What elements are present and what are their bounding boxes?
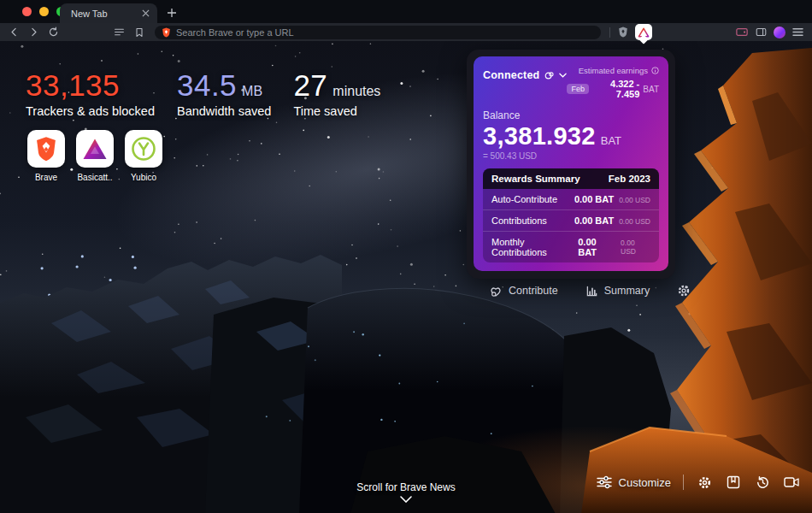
history-button[interactable]	[754, 474, 771, 491]
top-sites: Brave Basicatt.. Yubico	[27, 130, 162, 182]
balance-usd: = 500.43 USD	[483, 151, 659, 161]
bar-chart-icon	[585, 285, 598, 298]
summary-button[interactable]: Summary	[579, 280, 656, 303]
menu-icon[interactable]	[791, 25, 805, 39]
brave-logo-icon	[27, 130, 65, 168]
back-button[interactable]	[7, 25, 21, 39]
row-bat-amount: 0.00 BAT	[574, 194, 614, 204]
new-tab-button[interactable]	[165, 6, 178, 19]
row-bat-amount: 0.00 BAT	[574, 215, 614, 226]
row-label: Auto-Contribute	[491, 194, 557, 204]
balance-unit: BAT	[601, 134, 621, 147]
controls-divider	[683, 475, 684, 490]
browser-window: New Tab Search Brave	[0, 0, 812, 513]
top-site-yubico[interactable]: Yubico	[125, 130, 162, 182]
brave-rewards-panel: Connected Estimated earnings Feb 4.322 -…	[467, 50, 675, 279]
top-site-label: Basicatt..	[77, 173, 112, 182]
wallet-provider-icon	[544, 70, 555, 81]
window-titlebar: New Tab	[0, 0, 812, 23]
row-label: Monthly Contributions	[491, 237, 578, 257]
bookmark-icon[interactable]	[132, 25, 146, 39]
url-placeholder: Search Brave or type a URL	[176, 27, 294, 38]
chevron-down-icon	[400, 496, 412, 503]
brave-rewards-button[interactable]	[635, 24, 652, 40]
video-camera-icon	[784, 476, 799, 488]
url-bar[interactable]: Search Brave or type a URL	[155, 26, 601, 39]
sliders-icon	[597, 475, 612, 489]
gear-icon	[697, 475, 712, 490]
row-bat-amount: 0.00 BAT	[578, 237, 615, 257]
heart-icon	[489, 285, 503, 298]
estimated-earnings-label: Estimated earnings	[579, 66, 648, 75]
stat-trackers-blocked: 33,135 Trackers & ads blocked	[26, 68, 155, 118]
background-video-button[interactable]	[783, 474, 800, 491]
row-usd-amount: 0.00 USD	[619, 217, 650, 226]
contribute-button[interactable]: Contribute	[482, 280, 565, 303]
scroll-hint-label: Scroll for Brave News	[356, 481, 455, 493]
earnings-unit: BAT	[643, 85, 659, 94]
row-usd-amount: 0.00 USD	[619, 196, 650, 204]
top-site-label: Yubico	[131, 173, 156, 182]
chevron-down-icon	[559, 73, 567, 78]
trackers-blocked-value: 33,135	[26, 68, 120, 103]
yubico-logo-icon	[125, 130, 162, 168]
rewards-summary: Rewards Summary Feb 2023 Auto-Contribute…	[483, 168, 659, 262]
rewards-card: Connected Estimated earnings Feb 4.322 -…	[474, 56, 668, 271]
tab-title: New Tab	[71, 9, 139, 19]
time-saved-label: Time saved	[293, 104, 380, 118]
summary-label: Summary	[604, 285, 650, 297]
summary-period: Feb 2023	[609, 174, 650, 184]
toolbar-divider	[609, 27, 610, 38]
summary-row-contributions: Contributions 0.00 BAT 0.00 USD	[483, 210, 659, 232]
bandwidth-saved-label: Bandwidth saved	[177, 104, 271, 118]
history-clock-icon	[756, 475, 770, 490]
trackers-blocked-label: Trackers & ads blocked	[26, 104, 155, 118]
time-saved-unit: minutes	[332, 84, 380, 99]
row-usd-amount: 0.00 USD	[621, 239, 650, 256]
settings-button[interactable]	[696, 474, 713, 491]
forward-button[interactable]	[26, 25, 41, 39]
balance-label: Balance	[483, 109, 659, 121]
rewards-settings-button[interactable]	[677, 280, 691, 302]
brave-site-icon	[162, 27, 171, 38]
earnings-range: 4.322 - 7.459	[592, 79, 639, 99]
customize-label: Customize	[619, 476, 671, 489]
connected-dropdown[interactable]: Connected	[483, 69, 567, 81]
stat-bandwidth-saved: 34.5 MB Bandwidth saved	[177, 68, 271, 118]
customize-button[interactable]: Customize	[597, 475, 671, 489]
new-tab-page: 33,135 Trackers & ads blocked 34.5 MB Ba…	[0, 41, 812, 513]
stats-bar: 33,135 Trackers & ads blocked 34.5 MB Ba…	[26, 68, 380, 118]
brave-shields-icon[interactable]	[615, 25, 630, 39]
gear-icon	[677, 284, 691, 298]
tab-close-icon[interactable]	[139, 8, 151, 20]
bottom-controls: Customize	[597, 474, 800, 491]
earnings-month-badge: Feb	[567, 84, 589, 94]
summary-row-auto-contribute: Auto-Contribute 0.00 BAT 0.00 USD	[483, 189, 659, 210]
top-site-brave[interactable]: Brave	[27, 130, 65, 182]
close-window-button[interactable]	[22, 7, 32, 16]
bat-triangle-icon	[638, 28, 648, 36]
profile-avatar[interactable]	[774, 27, 786, 38]
summary-title: Rewards Summary	[491, 174, 580, 184]
time-saved-value: 27	[293, 68, 327, 103]
balance-value: 3,381.932	[483, 122, 596, 150]
wallet-icon[interactable]	[734, 25, 749, 39]
estimated-earnings: Estimated earnings Feb 4.322 - 7.459 BAT	[567, 66, 659, 99]
row-label: Contributions	[491, 215, 547, 226]
stat-time-saved: 27 minutes Time saved	[293, 68, 380, 118]
save-bookmark-icon	[727, 475, 740, 489]
top-site-basicattention[interactable]: Basicatt..	[76, 130, 114, 182]
save-image-button[interactable]	[725, 474, 742, 491]
rewards-panel-actions: Contribute Summary	[474, 271, 668, 310]
toolbar: Search Brave or type a URL	[0, 23, 812, 41]
bandwidth-saved-unit: MB	[242, 84, 262, 99]
reading-list-icon[interactable]	[112, 25, 127, 39]
top-site-label: Brave	[35, 173, 57, 182]
reload-button[interactable]	[46, 25, 61, 39]
minimize-window-button[interactable]	[39, 7, 49, 16]
summary-row-monthly-contributions: Monthly Contributions 0.00 BAT 0.00 USD	[483, 232, 659, 262]
tab-new-tab[interactable]: New Tab	[60, 3, 157, 23]
sidebar-toggle-icon[interactable]	[754, 25, 768, 39]
info-icon[interactable]	[651, 67, 659, 74]
bandwidth-saved-value: 34.5	[177, 68, 237, 103]
